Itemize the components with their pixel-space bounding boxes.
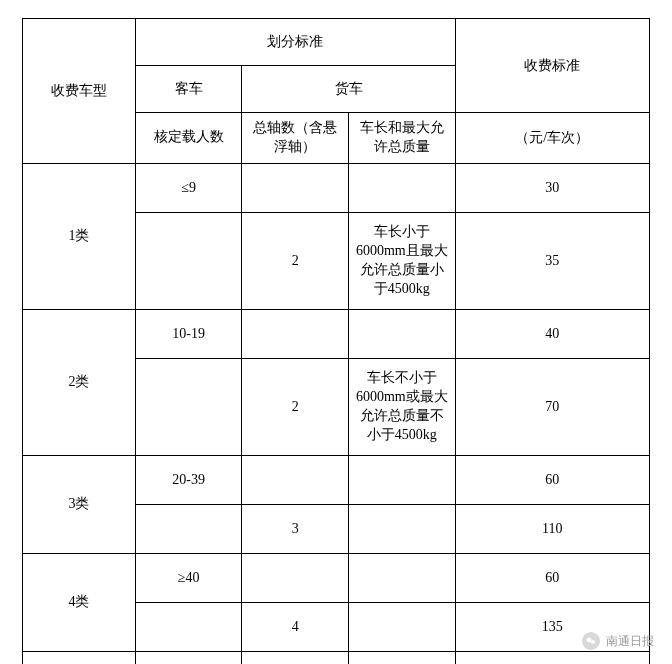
header-bus: 客车 bbox=[135, 66, 242, 113]
watermark: 南通日报 bbox=[582, 632, 654, 650]
class3-label: 3类 bbox=[23, 455, 136, 553]
class3-truck-axles: 3 bbox=[242, 504, 349, 553]
class1-truck-fee: 35 bbox=[455, 212, 649, 309]
class1-label: 1类 bbox=[23, 163, 136, 309]
class3-truck-fee: 110 bbox=[455, 504, 649, 553]
class4-bus-dim-empty bbox=[349, 553, 456, 602]
class4-truck-axles: 4 bbox=[242, 602, 349, 651]
class1-bus-capacity: ≤9 bbox=[135, 163, 242, 212]
class5-truck-axles: 5 bbox=[242, 651, 349, 664]
class3-bus-dim-empty bbox=[349, 455, 456, 504]
header-fee-unit: （元/车次） bbox=[455, 113, 649, 164]
toll-table-container: 收费车型 划分标准 收费标准 客车 货车 核定载人数 总轴数（含悬浮轴） 车长和… bbox=[0, 0, 672, 664]
class2-bus-axles-empty bbox=[242, 309, 349, 358]
class4-truck-capacity-empty bbox=[135, 602, 242, 651]
class4-bus-fee: 60 bbox=[455, 553, 649, 602]
class2-bus-capacity: 10-19 bbox=[135, 309, 242, 358]
toll-table: 收费车型 划分标准 收费标准 客车 货车 核定载人数 总轴数（含悬浮轴） 车长和… bbox=[22, 18, 650, 664]
header-fee: 收费标准 bbox=[455, 19, 649, 113]
svg-point-0 bbox=[587, 638, 592, 643]
class3-bus-fee: 60 bbox=[455, 455, 649, 504]
class2-bus-fee: 40 bbox=[455, 309, 649, 358]
class1-bus-fee: 30 bbox=[455, 163, 649, 212]
class2-label: 2类 bbox=[23, 309, 136, 455]
class2-bus-dim-empty bbox=[349, 309, 456, 358]
class1-truck-axles: 2 bbox=[242, 212, 349, 309]
class2-truck-capacity-empty bbox=[135, 358, 242, 455]
svg-point-1 bbox=[591, 640, 595, 644]
class3-truck-dim-empty bbox=[349, 504, 456, 553]
class4-bus-capacity: ≥40 bbox=[135, 553, 242, 602]
class4-bus-axles-empty bbox=[242, 553, 349, 602]
class2-truck-dim: 车长不小于6000mm或最大允许总质量不小于4500kg bbox=[349, 358, 456, 455]
class3-bus-capacity: 20-39 bbox=[135, 455, 242, 504]
header-bus-capacity: 核定载人数 bbox=[135, 113, 242, 164]
wechat-icon bbox=[582, 632, 600, 650]
header-truck-axles: 总轴数（含悬浮轴） bbox=[242, 113, 349, 164]
class5-label: 5类 bbox=[23, 651, 136, 664]
class5-truck-dim-empty bbox=[349, 651, 456, 664]
header-criteria: 划分标准 bbox=[135, 19, 455, 66]
class5-truck-fee: 140 bbox=[455, 651, 649, 664]
class1-bus-dim-empty bbox=[349, 163, 456, 212]
header-vehicle-type: 收费车型 bbox=[23, 19, 136, 164]
class1-truck-dim: 车长小于6000mm且最大允许总质量小于4500kg bbox=[349, 212, 456, 309]
class4-label: 4类 bbox=[23, 553, 136, 651]
class2-truck-axles: 2 bbox=[242, 358, 349, 455]
header-truck-dim: 车长和最大允许总质量 bbox=[349, 113, 456, 164]
class4-truck-dim-empty bbox=[349, 602, 456, 651]
class3-truck-capacity-empty bbox=[135, 504, 242, 553]
class5-bus-capacity-empty bbox=[135, 651, 242, 664]
class2-truck-fee: 70 bbox=[455, 358, 649, 455]
watermark-text: 南通日报 bbox=[606, 633, 654, 650]
class1-truck-capacity-empty bbox=[135, 212, 242, 309]
class1-bus-axles-empty bbox=[242, 163, 349, 212]
header-truck: 货车 bbox=[242, 66, 455, 113]
class3-bus-axles-empty bbox=[242, 455, 349, 504]
